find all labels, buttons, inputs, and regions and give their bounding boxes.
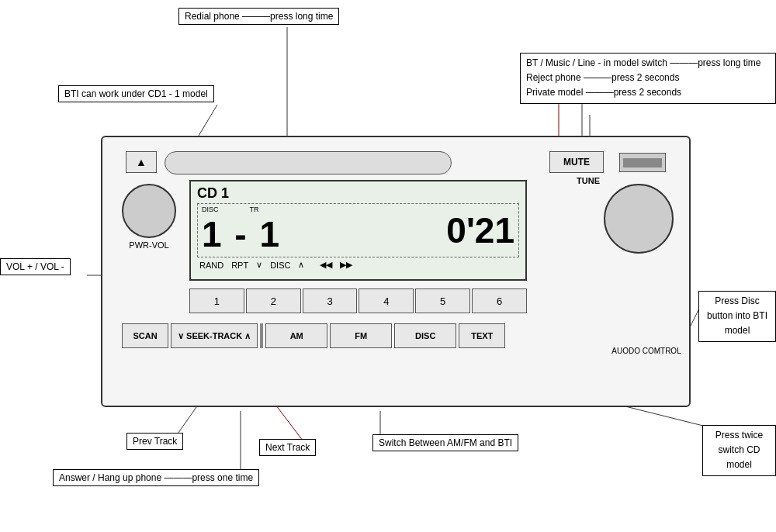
redial-label: Redial phone ———press long time bbox=[178, 8, 339, 25]
caret-label: ∧ bbox=[298, 260, 304, 270]
fm-button[interactable]: FM bbox=[330, 323, 392, 348]
eject-button[interactable]: ▲ bbox=[126, 151, 157, 173]
display-title: CD 1 bbox=[197, 185, 519, 202]
preset-6[interactable]: 6 bbox=[472, 288, 527, 313]
bt-music-label: BT / Music / Line - in model switch ———p… bbox=[520, 53, 776, 104]
radio-unit: ▲ MUTE TUNE PWR-VOL CD 1 DISC TR 1 - 1 0… bbox=[101, 136, 691, 407]
rand-label: RAND bbox=[199, 261, 223, 270]
eject-icon: ▲ bbox=[136, 156, 147, 168]
preset-3[interactable]: 3 bbox=[303, 288, 358, 313]
press-twice-label: Press twice switch CD model bbox=[702, 425, 776, 476]
disc-button[interactable]: DISC bbox=[394, 323, 456, 348]
prev-arrow: ◀◀ bbox=[320, 260, 332, 270]
vol-label: VOL + / VOL - bbox=[0, 258, 71, 275]
svg-line-6 bbox=[691, 310, 698, 326]
tr-label: TR bbox=[250, 206, 259, 213]
tune-label: TUNE bbox=[577, 176, 600, 185]
preset-4[interactable]: 4 bbox=[359, 288, 414, 313]
time-display: 0'21 bbox=[446, 209, 514, 251]
disc-label: DISC bbox=[202, 206, 219, 213]
pwr-vol-label: PWR-VOL bbox=[118, 240, 180, 250]
switch-amfm-label: Switch Between AM/FM and BTI bbox=[372, 434, 518, 451]
mute-button[interactable]: MUTE bbox=[549, 151, 604, 173]
tune-knob[interactable] bbox=[604, 184, 674, 254]
am-button[interactable]: AM bbox=[265, 323, 327, 348]
divider bbox=[260, 323, 263, 348]
preset-5[interactable]: 5 bbox=[415, 288, 470, 313]
display-screen: CD 1 DISC TR 1 - 1 0'21 RAND RPT ∨ DISC … bbox=[189, 180, 527, 281]
track-display: 1 - 1 bbox=[202, 213, 281, 255]
prev-track-label: Prev Track bbox=[126, 433, 183, 450]
pwr-vol-area: PWR-VOL bbox=[118, 184, 180, 250]
preset-buttons: 1 2 3 4 5 6 bbox=[189, 288, 527, 313]
answer-hangup-label: Answer / Hang up phone ———press one time bbox=[53, 469, 259, 486]
bottom-button-row: SCAN ∨ SEEK-TRACK ∧ AM FM DISC TEXT bbox=[122, 323, 665, 348]
preset-1[interactable]: 1 bbox=[189, 288, 244, 313]
press-disc-label: Press Disc button into BTI model bbox=[698, 291, 776, 342]
display-dashed-area: DISC TR 1 - 1 0'21 bbox=[197, 203, 519, 257]
cd-slot bbox=[165, 151, 452, 174]
scan-button[interactable]: SCAN bbox=[122, 323, 168, 348]
v-arrow: ∨ bbox=[256, 260, 262, 270]
bti-cd1-label: BTI can work under CD1 - 1 model bbox=[58, 85, 214, 102]
next-arrow: ▶▶ bbox=[340, 260, 352, 270]
next-track-label: Next Track bbox=[259, 439, 316, 456]
seek-track-button[interactable]: ∨ SEEK-TRACK ∧ bbox=[171, 323, 258, 348]
disc-mid-label: DISC bbox=[270, 261, 290, 270]
rpt-label: RPT bbox=[231, 261, 248, 270]
text-button[interactable]: TEXT bbox=[459, 323, 505, 348]
preset-2[interactable]: 2 bbox=[246, 288, 301, 313]
top-slot bbox=[619, 153, 666, 172]
pwr-vol-knob[interactable] bbox=[122, 184, 176, 238]
display-controls: RAND RPT ∨ DISC ∧ ◀◀ ▶▶ bbox=[197, 260, 519, 270]
